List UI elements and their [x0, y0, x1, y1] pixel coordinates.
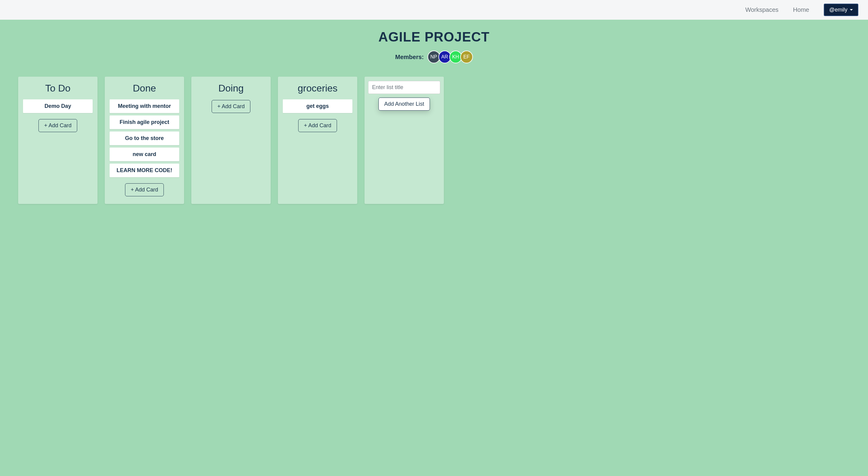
board-title: AGILE PROJECT	[0, 29, 868, 44]
user-label: @emily	[829, 7, 847, 13]
column: To DoDemo Day+ Add Card	[18, 77, 97, 204]
column-title: To Do	[23, 83, 93, 94]
add-card-button[interactable]: + Add Card	[38, 119, 78, 132]
nav-home[interactable]: Home	[793, 6, 809, 13]
add-card-button[interactable]: + Add Card	[212, 100, 251, 113]
column-title: groceries	[283, 83, 352, 94]
column-title: Doing	[196, 83, 266, 94]
add-list-column: Add Another List	[365, 77, 444, 204]
members-label: Members:	[395, 54, 424, 61]
column: groceriesget eggs+ Add Card	[278, 77, 357, 204]
board-header: AGILE PROJECT Members: NPARKHEF	[0, 20, 868, 77]
avatars-list: NPARKHEF	[428, 51, 473, 63]
chevron-down-icon	[850, 9, 853, 10]
card[interactable]: Finish agile project	[110, 115, 179, 129]
card[interactable]: Go to the store	[110, 131, 179, 145]
column: DoneMeeting with mentorFinish agile proj…	[105, 77, 184, 204]
avatar[interactable]: EF	[460, 51, 473, 63]
add-card-button[interactable]: + Add Card	[298, 119, 337, 132]
column: Doing+ Add Card	[191, 77, 271, 204]
card[interactable]: Meeting with mentor	[110, 99, 179, 113]
nav-workspaces[interactable]: Workspaces	[745, 6, 779, 13]
card[interactable]: get eggs	[283, 99, 352, 113]
column-title: Done	[110, 83, 179, 94]
navbar: Workspaces Home @emily	[0, 0, 868, 20]
user-dropdown[interactable]: @emily	[824, 4, 858, 16]
card[interactable]: Demo Day	[23, 99, 93, 113]
add-list-button[interactable]: Add Another List	[378, 97, 430, 111]
members-row: Members: NPARKHEF	[0, 51, 868, 63]
board-columns: To DoDemo Day+ Add CardDoneMeeting with …	[0, 77, 868, 216]
add-card-button[interactable]: + Add Card	[125, 183, 164, 196]
card[interactable]: LEARN MORE CODE!	[110, 163, 179, 177]
list-title-input[interactable]	[368, 81, 440, 94]
card[interactable]: new card	[110, 148, 179, 161]
